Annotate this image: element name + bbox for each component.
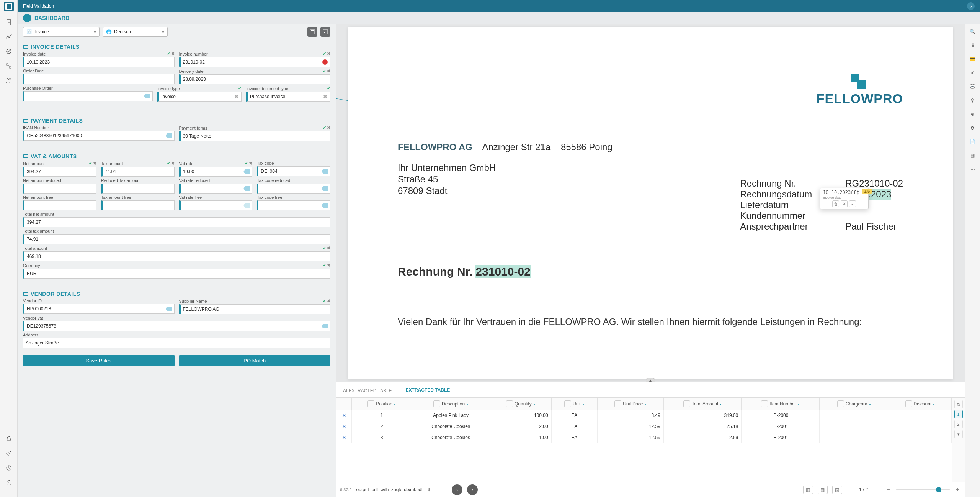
tag-icon[interactable] [322, 186, 328, 191]
nav-history-icon[interactable] [5, 464, 13, 472]
input-delivery-date[interactable]: 28.09.2023 [179, 74, 331, 84]
column-menu-icon[interactable]: ⋯ [368, 400, 374, 407]
sort-icon[interactable]: ▾ [394, 402, 396, 406]
tag-icon[interactable] [243, 203, 250, 208]
column-menu-icon[interactable]: ⋯ [761, 400, 768, 407]
sort-icon[interactable]: ▾ [933, 402, 935, 406]
zoom-out-button[interactable]: − [885, 486, 891, 493]
zoom-slider[interactable] [896, 489, 950, 490]
zoom-in-button[interactable]: + [954, 486, 961, 493]
sort-icon[interactable]: ▾ [533, 402, 535, 406]
input-tax-code-reduced[interactable] [257, 184, 330, 194]
tool-validate-icon[interactable]: ✔ [969, 69, 977, 77]
col-unit-price[interactable]: ⋯Unit Price▾ [597, 398, 663, 410]
input-vat-rate[interactable]: 19.00 [179, 167, 253, 177]
tool-card-icon[interactable]: 💳 [969, 55, 977, 63]
tag-icon[interactable] [243, 186, 250, 191]
tooltip-confirm-button[interactable]: ✓ [849, 200, 856, 207]
sort-icon[interactable]: ▾ [869, 402, 871, 406]
col-description[interactable]: ⋯Description▾ [412, 398, 490, 410]
column-menu-icon[interactable]: ⋯ [614, 400, 621, 407]
prev-doc-button[interactable]: ‹ [452, 484, 462, 495]
table-page-1[interactable]: 1 [954, 410, 963, 418]
input-invoice-date[interactable]: 10.10.2023 [23, 57, 175, 67]
doc-type-select[interactable]: 🧾 Invoice ▾ [23, 27, 100, 37]
tag-icon[interactable] [322, 203, 328, 208]
save-layout-button[interactable] [307, 27, 317, 37]
save-rules-button[interactable]: Save Rules [23, 355, 175, 366]
language-select[interactable]: 🌐 Deutsch ▾ [103, 27, 168, 37]
table-page-down[interactable]: ▾ [954, 430, 963, 438]
tool-search-icon[interactable]: 🔍 [969, 28, 977, 35]
column-menu-icon[interactable]: ⋯ [506, 400, 513, 407]
input-tax-reduced[interactable] [101, 184, 175, 194]
column-menu-icon[interactable]: ⋯ [905, 400, 912, 407]
delete-row-icon[interactable]: ✕ [342, 412, 346, 418]
tag-icon[interactable] [243, 169, 250, 174]
nav-workflow-icon[interactable] [5, 62, 13, 70]
col-total-amount[interactable]: ⋯Total Amount▾ [663, 398, 741, 410]
sort-icon[interactable]: ▾ [720, 402, 722, 406]
input-payment-terms[interactable]: 30 Tage Netto [179, 131, 331, 141]
input-vat-rate-free[interactable] [179, 200, 253, 210]
tool-comment-icon[interactable]: 💬 [969, 83, 977, 90]
sort-icon[interactable]: ▾ [798, 402, 800, 406]
tag-icon[interactable] [322, 324, 328, 328]
view-mode-grid-icon[interactable]: ▧ [832, 486, 842, 494]
delete-row-icon[interactable]: ✕ [342, 423, 346, 430]
next-doc-button[interactable]: › [467, 484, 478, 495]
input-net-amount[interactable]: 394.27 [23, 167, 96, 177]
tag-icon[interactable] [166, 133, 172, 138]
clear-icon[interactable]: ✖ [234, 93, 239, 100]
tab-extracted[interactable]: EXTRACTED TABLE [399, 384, 457, 397]
table-page-2[interactable]: 2 [954, 420, 963, 428]
col-quantity[interactable]: ⋯Quantity▾ [490, 398, 552, 410]
column-menu-icon[interactable]: ⋯ [433, 400, 440, 407]
nav-settings-icon[interactable] [5, 449, 13, 457]
input-purchase-order[interactable] [23, 91, 153, 101]
input-tax-code-free[interactable] [257, 200, 330, 210]
copy-page-icon[interactable]: ⧉ [954, 400, 963, 408]
input-tax-code[interactable]: DE_004 [257, 166, 330, 176]
input-invoice-number[interactable]: 231010-02! [179, 57, 331, 67]
input-invoice-type[interactable]: Invoice✖ [157, 92, 242, 102]
input-total-tax[interactable]: 74.91 [23, 234, 330, 244]
nav-analytics-icon[interactable] [5, 33, 13, 41]
tab-ai-extracted[interactable]: AI EXTRACTED TABLE [336, 384, 399, 397]
delete-row-icon[interactable]: ✕ [342, 435, 346, 441]
download-icon[interactable]: ⬇ [427, 487, 431, 492]
tool-pdf-icon[interactable]: 📄 [969, 138, 977, 146]
nav-validation-icon[interactable] [5, 48, 13, 55]
status-clear-icon[interactable]: ✖ [171, 51, 175, 56]
tool-monitor-icon[interactable]: 🖥 [969, 41, 977, 49]
document-viewport[interactable]: FELLOWPRO FELLOWPRO AG – Anzinger Str 21… [336, 24, 965, 382]
dashboard-link[interactable]: DASHBOARD [34, 15, 69, 21]
col-discount[interactable]: ⋯Discount▾ [889, 398, 951, 410]
clear-icon[interactable]: ✖ [323, 93, 328, 100]
input-net-reduced[interactable] [23, 184, 96, 194]
input-iban[interactable]: CH5204835012345671000 [23, 131, 175, 141]
view-mode-single-icon[interactable]: ▥ [803, 486, 813, 494]
tool-stamp-icon[interactable]: ⚙ [969, 124, 977, 132]
tag-icon[interactable] [322, 169, 328, 174]
tag-icon[interactable] [144, 94, 150, 98]
tooltip-delete-button[interactable]: 🗑 [832, 200, 839, 207]
col-item-number[interactable]: ⋯Item Number▾ [742, 398, 819, 410]
col-chargennr[interactable]: ⋯Chargennr▾ [819, 398, 889, 410]
input-total-amount[interactable]: 469.18 [23, 251, 330, 261]
terminal-button[interactable] [320, 27, 330, 37]
tooltip-cancel-button[interactable]: ✕ [841, 200, 848, 207]
input-tax-amount[interactable]: 74.91 [101, 167, 175, 177]
sort-icon[interactable]: ▾ [644, 402, 646, 406]
col-position[interactable]: ⋯Position▾ [352, 398, 412, 410]
tag-icon[interactable] [166, 307, 172, 311]
input-supplier-name[interactable]: FELLOWPRO AG [179, 304, 331, 314]
help-icon[interactable]: ? [967, 2, 975, 10]
tool-qr-icon[interactable]: ▦ [969, 152, 977, 159]
nav-users-icon[interactable] [5, 77, 13, 84]
input-total-net[interactable]: 394.27 [23, 217, 330, 227]
view-mode-split-icon[interactable]: ▦ [818, 486, 828, 494]
back-button[interactable]: ← [23, 14, 31, 22]
input-vendor-address[interactable]: Anzinger Straße [23, 338, 330, 348]
tool-more-icon[interactable]: ⋯ [969, 166, 977, 173]
